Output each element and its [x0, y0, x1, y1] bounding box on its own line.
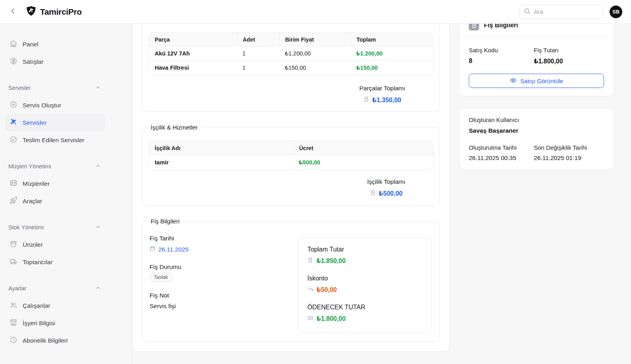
chevron-up-icon — [95, 285, 101, 292]
app-title: TamirciPro — [40, 7, 82, 17]
labor-legend: İşçilik & Hizmetler — [148, 124, 200, 131]
sidebar-item-satislar[interactable]: Satışlar — [5, 53, 105, 71]
sidebar-item-label: Teslim Edilen Servisler — [23, 137, 84, 144]
section-title: Ayarlar — [8, 285, 27, 292]
table-row[interactable]: Akü 12V 7Ah 1 ₺1.200,00 ₺1.200,00 — [149, 46, 433, 61]
sidebar-section-stok-yonetimi[interactable]: Stok Yönetimi — [0, 223, 105, 232]
tools-icon — [10, 118, 17, 128]
labor-name: tamir — [149, 155, 293, 170]
receipt-date-value: 26.11.2025 — [158, 246, 188, 253]
sale-info-grid: Satış Kodu 8 Fiş Tutarı ₺1.800,00 — [459, 37, 614, 65]
sidebar-item-isyeri-bilgisi[interactable]: İşyeri Bilgisi — [5, 314, 105, 332]
summary-payable-label: ÖDENECEK TUTAR — [307, 304, 422, 311]
sidebar-item-label: Çalışanlar — [23, 302, 50, 309]
receipt-badge-icon — [469, 24, 479, 30]
section-title: Müşteri Yönetimi — [8, 163, 51, 170]
parts-total-value: ₺1.350,00 — [372, 96, 401, 104]
labor-section: İşçilik & Hizmetler İşçilik Adı Ücret ta… — [142, 127, 440, 206]
back-button[interactable] — [9, 7, 17, 17]
receipt-section: Fiş Bilgileri Fiş Tarihi 26.11.2025 Fiş … — [142, 221, 440, 342]
user-avatar[interactable]: SB — [610, 6, 622, 18]
summary-discount-label: İskonto — [307, 275, 422, 282]
sidebar-item-servisler[interactable]: Servisler — [5, 114, 105, 131]
part-qty: 1 — [237, 46, 279, 60]
sidebar-section-ayarlar[interactable]: Ayarlar — [0, 284, 105, 293]
chevron-up-icon — [95, 84, 101, 92]
dates-grid: Oluşturulma Tarihi 26.11.2025 00:35 Son … — [469, 144, 604, 162]
column-header: Parça — [149, 33, 237, 46]
summary-discount-value: ₺50,00 — [316, 286, 337, 293]
receipt-date-label: Fiş Tarihi — [150, 235, 174, 242]
section-title: Servisler — [8, 85, 31, 91]
created-by-label: Oluşturan Kullanıcı — [469, 116, 604, 123]
column-header: Ücret — [293, 141, 433, 155]
search-box[interactable] — [519, 5, 603, 19]
sidebar-item-label: Toptancılar — [23, 259, 53, 266]
chevron-up-icon — [95, 224, 101, 231]
archive-icon — [10, 240, 17, 250]
sidebar-item-label: Panel — [23, 41, 38, 48]
sidebar-item-teslim-edilen-servisler[interactable]: Teslim Edilen Servisler — [5, 131, 105, 149]
sidebar-item-servis-olustur[interactable]: Servis Oluştur — [5, 97, 105, 114]
clock-icon — [10, 336, 17, 345]
summary-total-value: ₺1.850,00 — [316, 257, 345, 265]
summary-total-label: Toplam Tutar — [307, 246, 422, 253]
banknote-icon — [307, 315, 313, 322]
summary-payable-row: ₺1.800,00 — [307, 315, 422, 322]
part-name: Akü 12V 7Ah — [149, 46, 237, 60]
summary-total-row: ₺1.850,00 — [307, 257, 422, 265]
labor-total-block: İşçilik Toplamı ₺500,00 — [367, 178, 405, 197]
sidebar-item-calisanlar[interactable]: Çalışanlar — [5, 297, 105, 314]
rocket-icon — [10, 196, 17, 206]
receipt-amount-value: ₺1.800,00 — [534, 57, 604, 65]
labor-total-value: ₺500,00 — [379, 190, 403, 197]
sidebar-item-panel[interactable]: Panel — [5, 36, 105, 53]
parts-total-label: Parçalar Toplamı — [359, 85, 405, 92]
sidebar-section-servisler[interactable]: Servisler — [0, 83, 105, 93]
part-unit-price: ₺150,00 — [279, 61, 351, 75]
receipt-icon — [370, 190, 376, 197]
created-at-value: 26.11.2025 00:35 — [469, 154, 534, 162]
column-header: Adet — [237, 33, 279, 46]
calendar-icon — [150, 246, 155, 253]
status-badge: Taslak — [150, 273, 172, 282]
receipt-icon — [363, 96, 369, 104]
sidebar-item-musteriler[interactable]: Müşteriler — [5, 175, 105, 192]
receipt-amount-label: Fiş Tutarı — [534, 47, 604, 53]
search-input[interactable] — [534, 8, 599, 15]
section-title: Stok Yönetimi — [8, 224, 44, 231]
sale-code-label: Satış Kodu — [469, 47, 534, 53]
column-header: İşçilik Adı — [149, 141, 293, 155]
sidebar-item-araclar[interactable]: Araçlar — [5, 192, 105, 210]
sidebar-item-label: Araçlar — [23, 198, 42, 205]
labor-table: İşçilik Adı Ücret tamir ₺500,00 — [149, 141, 433, 170]
labor-table-header: İşçilik Adı Ücret — [149, 141, 433, 155]
dollar-circle-icon — [10, 57, 17, 67]
labor-total-value-row: ₺500,00 — [370, 190, 403, 197]
id-card-icon — [10, 179, 17, 189]
part-name: Hava Filtresi — [149, 61, 237, 75]
sidebar-item-label: Ürünler — [23, 241, 43, 248]
record-meta-card: Oluşturan Kullanıcı Savaş Başaraner Oluş… — [459, 108, 614, 170]
receipt-date-row: 26.11.2025 — [150, 246, 188, 253]
sidebar-item-abonelik-bilgileri[interactable]: Abonelik Bilgileri — [5, 332, 105, 349]
main-content: Parça Adet Birim Fiyat Toplam Akü 12V 7A… — [132, 24, 631, 364]
sidebar-item-toptancilar[interactable]: Toptancılar — [5, 253, 105, 271]
sidebar-section-musteri-yonetimi[interactable]: Müşteri Yönetimi — [0, 162, 105, 171]
receipt-note-label: Fiş Not — [150, 292, 169, 299]
home-icon — [10, 40, 17, 49]
sidebar-item-label: Servisler — [23, 119, 46, 126]
view-sale-button[interactable]: Satışı Görüntüle — [469, 74, 604, 88]
app-logo[interactable]: TamirciPro — [25, 5, 82, 18]
receipt-status-label: Fiş Durumu — [150, 263, 181, 271]
app-window: TamirciPro SB Panel Satışlar Servisler S… — [0, 0, 631, 364]
created-at-label: Oluşturulma Tarihi — [469, 144, 534, 151]
sidebar-item-label: Satışlar — [23, 58, 44, 65]
table-row[interactable]: tamir ₺500,00 — [149, 155, 433, 170]
sidebar-item-urunler[interactable]: Ürünler — [5, 236, 105, 253]
part-qty: 1 — [237, 61, 279, 75]
parts-table-header: Parça Adet Birim Fiyat Toplam — [149, 33, 433, 46]
labor-fee: ₺500,00 — [293, 155, 433, 170]
table-row[interactable]: Hava Filtresi 1 ₺150,00 ₺150,00 — [149, 61, 433, 75]
receipt-note-value: Servis fişi — [150, 303, 176, 310]
